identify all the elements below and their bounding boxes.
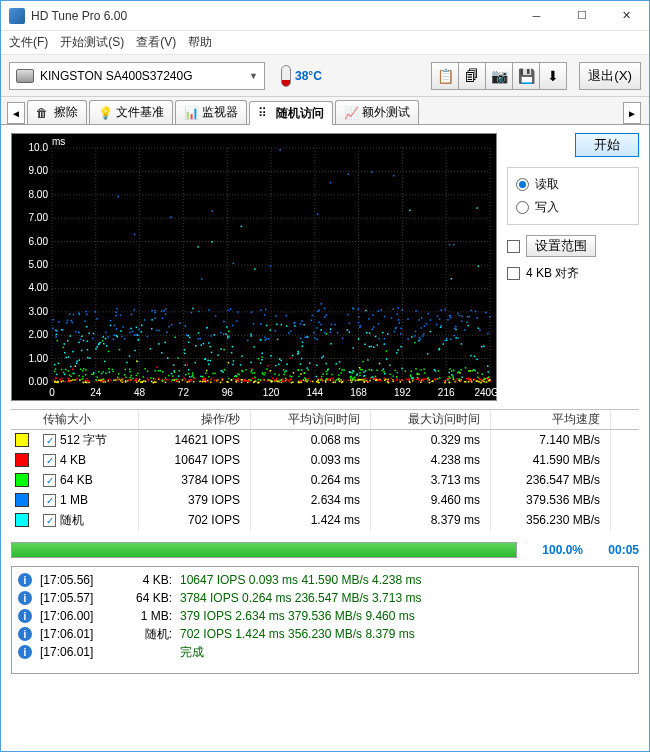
tab-file-benchmark[interactable]: 💡文件基准 — [89, 100, 173, 124]
svg-rect-769 — [436, 324, 438, 326]
svg-rect-388 — [202, 378, 204, 380]
options-button[interactable]: ⬇ — [539, 62, 567, 90]
svg-rect-594 — [65, 369, 67, 371]
svg-rect-882 — [198, 311, 200, 313]
maximize-button[interactable]: ☐ — [559, 1, 604, 30]
svg-rect-836 — [232, 325, 234, 327]
copy-info-button[interactable]: 📋 — [431, 62, 459, 90]
svg-rect-650 — [250, 379, 252, 381]
svg-rect-46 — [186, 381, 188, 383]
minimize-button[interactable]: ─ — [514, 1, 559, 30]
svg-rect-485 — [368, 369, 370, 371]
tab-erase[interactable]: 🗑擦除 — [27, 100, 87, 124]
menu-view[interactable]: 查看(V) — [136, 34, 176, 51]
drive-select[interactable]: KINGSTON SA400S37240G ▼ — [9, 62, 265, 90]
radio-write[interactable]: 写入 — [516, 199, 630, 216]
svg-rect-522 — [484, 378, 486, 380]
svg-rect-929 — [109, 371, 111, 373]
svg-rect-873 — [114, 334, 116, 336]
svg-rect-382 — [221, 378, 223, 380]
svg-rect-345 — [60, 380, 62, 382]
svg-rect-1072 — [184, 353, 186, 355]
svg-rect-547 — [69, 374, 71, 376]
app-icon — [9, 8, 25, 24]
svg-rect-872 — [358, 322, 360, 324]
menu-help[interactable]: 帮助 — [188, 34, 212, 51]
svg-text:0.00: 0.00 — [29, 376, 49, 387]
tab-random-access[interactable]: ⠿随机访问 — [249, 101, 333, 125]
row-checkbox[interactable]: ✓ — [43, 454, 56, 467]
screenshot-button[interactable]: 📷 — [485, 62, 513, 90]
svg-rect-529 — [101, 379, 103, 381]
exit-button[interactable]: 退出(X) — [579, 62, 641, 90]
svg-rect-356 — [273, 379, 275, 381]
svg-rect-234 — [351, 381, 353, 383]
menu-start-test[interactable]: 开始测试(S) — [60, 34, 124, 51]
svg-rect-451 — [214, 380, 216, 382]
svg-rect-838 — [381, 309, 383, 311]
svg-text:6.00: 6.00 — [29, 236, 49, 247]
svg-rect-686 — [132, 378, 134, 380]
svg-rect-176 — [145, 381, 147, 383]
svg-rect-807 — [147, 336, 149, 338]
svg-rect-869 — [461, 315, 463, 317]
svg-rect-744 — [223, 321, 225, 323]
copy-screenshot-button[interactable]: 🗐 — [458, 62, 486, 90]
tab-monitor[interactable]: 📊监视器 — [175, 100, 247, 124]
svg-rect-691 — [326, 378, 328, 380]
save-button[interactable]: 💾 — [512, 62, 540, 90]
svg-rect-699 — [130, 377, 132, 379]
tab-scroll-left[interactable]: ◄ — [7, 102, 25, 124]
svg-rect-844 — [400, 328, 402, 330]
svg-rect-454 — [237, 379, 239, 381]
row-checkbox[interactable]: ✓ — [43, 494, 56, 507]
svg-rect-1033 — [439, 348, 441, 350]
svg-rect-129 — [79, 379, 81, 381]
row-checkbox[interactable]: ✓ — [43, 514, 56, 527]
svg-rect-910 — [378, 338, 380, 340]
svg-rect-1021 — [363, 371, 365, 373]
log-panel[interactable]: i[17:05.56]4 KB:10647 IOPS 0.093 ms 41.5… — [11, 566, 639, 674]
start-button[interactable]: 开始 — [575, 133, 639, 157]
tab-scroll-right[interactable]: ► — [623, 102, 641, 124]
tab-extra-tests[interactable]: 📈额外测试 — [335, 100, 419, 124]
svg-rect-1133 — [220, 348, 222, 350]
radio-icon — [516, 178, 529, 191]
svg-rect-326 — [380, 379, 382, 381]
svg-rect-1004 — [487, 365, 489, 367]
svg-rect-351 — [147, 377, 149, 379]
svg-rect-155 — [341, 382, 343, 384]
radio-read[interactable]: 读取 — [516, 176, 630, 193]
svg-rect-969 — [306, 367, 308, 369]
menu-file[interactable]: 文件(F) — [9, 34, 48, 51]
svg-rect-437 — [108, 379, 110, 381]
svg-rect-1103 — [350, 372, 352, 374]
svg-rect-663 — [155, 370, 157, 372]
svg-rect-716 — [264, 314, 266, 316]
svg-rect-973 — [150, 348, 152, 350]
svg-rect-673 — [168, 375, 170, 377]
svg-rect-995 — [81, 350, 83, 352]
row-checkbox[interactable]: ✓ — [43, 434, 56, 447]
svg-rect-90 — [367, 381, 369, 383]
svg-rect-718 — [52, 328, 54, 330]
svg-rect-318 — [425, 378, 427, 380]
svg-rect-1114 — [280, 360, 282, 362]
close-button[interactable]: ✕ — [604, 1, 649, 30]
svg-rect-917 — [349, 323, 351, 325]
svg-rect-314 — [68, 381, 70, 383]
checkbox-4k-align[interactable] — [507, 267, 520, 280]
svg-rect-375 — [187, 364, 189, 366]
svg-rect-1035 — [192, 308, 194, 310]
set-range-button[interactable]: 设置范围 — [526, 235, 596, 257]
checkbox-set-range[interactable] — [507, 240, 520, 253]
svg-rect-85 — [210, 381, 212, 383]
svg-rect-845 — [247, 340, 249, 342]
svg-rect-1023 — [294, 325, 296, 327]
svg-rect-1117 — [200, 376, 202, 378]
svg-rect-954 — [173, 370, 175, 372]
svg-rect-365 — [460, 380, 462, 382]
svg-rect-655 — [350, 377, 352, 379]
row-checkbox[interactable]: ✓ — [43, 474, 56, 487]
svg-rect-538 — [162, 380, 164, 382]
